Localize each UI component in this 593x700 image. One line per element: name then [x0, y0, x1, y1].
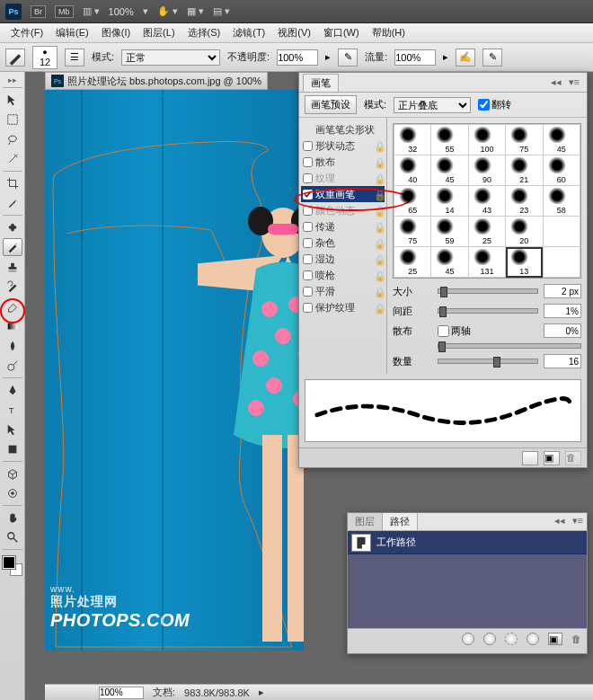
lasso-tool[interactable]	[3, 130, 22, 148]
dual-brush-thumbnails[interactable]: 3255100754540459021606514432358755925202…	[393, 123, 581, 279]
color-swatches[interactable]	[3, 556, 22, 576]
type-tool[interactable]: T	[3, 401, 22, 419]
menu-view[interactable]: 视图(V)	[272, 24, 316, 41]
brush-presets-button[interactable]: 画笔预设	[305, 95, 357, 114]
layers-tab[interactable]: 图层	[348, 513, 383, 530]
toggle-preview-button[interactable]	[522, 451, 538, 465]
menu-layer[interactable]: 图层(L)	[137, 24, 180, 41]
shape-tool[interactable]	[3, 440, 22, 458]
3d-tool[interactable]	[3, 465, 22, 483]
brush-thumb[interactable]: 25	[468, 217, 505, 247]
setting-texture[interactable]: 纹理🔒	[301, 170, 385, 186]
brush-thumb[interactable]: 75	[506, 125, 543, 155]
hand-tool[interactable]	[3, 509, 22, 527]
panel-collapse-icon[interactable]: ◂◂	[547, 76, 565, 88]
menu-image[interactable]: 图像(I)	[96, 24, 136, 41]
flow-flyout-icon[interactable]: ▸	[443, 51, 448, 63]
setting-airbrush[interactable]: 喷枪🔒	[301, 267, 385, 283]
brush-thumb[interactable]: 131	[468, 247, 505, 278]
screen-mode-icon[interactable]: ▥ ▾	[83, 5, 100, 17]
brush-thumb[interactable]: 23	[506, 186, 543, 217]
setting-shape-dynamics[interactable]: 形状动态🔒	[301, 137, 385, 154]
menu-window[interactable]: 窗口(W)	[318, 24, 365, 41]
scatter-input[interactable]	[544, 323, 581, 338]
crop-tool[interactable]	[3, 174, 22, 192]
document-tab[interactable]: Ps 照片处理论坛 bbs.photops.com.jpg @ 100%	[45, 72, 268, 90]
new-preset-button[interactable]: ▣	[544, 451, 560, 465]
bridge-button[interactable]: Br	[31, 5, 46, 18]
setting-color-dynamics[interactable]: 颜色动态🔒	[301, 202, 385, 218]
camera-tool[interactable]	[3, 484, 22, 502]
setting-protect-texture[interactable]: 保护纹理🔒	[301, 299, 385, 315]
wand-tool[interactable]	[3, 150, 22, 168]
blur-tool[interactable]	[3, 337, 22, 355]
move-tool[interactable]	[3, 91, 22, 109]
spacing-input[interactable]	[544, 304, 581, 318]
dodge-tool[interactable]	[3, 357, 22, 375]
brush-thumb[interactable]: 40	[394, 155, 431, 186]
paths-tab[interactable]: 路径	[383, 513, 418, 530]
hand-tool-icon[interactable]: ✋ ▾	[157, 5, 178, 17]
brush-thumb[interactable]: 45	[431, 155, 468, 186]
brush-thumb[interactable]: 100	[468, 125, 505, 155]
tablet-size-button[interactable]: ✎	[482, 49, 502, 66]
eraser-tool[interactable]	[3, 297, 22, 315]
brush-thumb[interactable]: 13	[506, 247, 543, 278]
brush-thumb[interactable]	[543, 217, 580, 247]
setting-transfer[interactable]: 传递🔒	[301, 218, 385, 235]
size-slider[interactable]	[438, 288, 538, 294]
gradient-tool[interactable]	[3, 317, 22, 335]
brush-preset-picker[interactable]: ● 12	[32, 46, 58, 69]
brush-panel-tab[interactable]: 画笔	[303, 74, 339, 92]
flow-input[interactable]	[394, 49, 436, 66]
menu-select[interactable]: 选择(S)	[182, 24, 226, 41]
path-to-selection-button[interactable]	[505, 633, 518, 645]
both-axes-checkbox[interactable]: 两轴	[438, 324, 471, 338]
brush-thumb[interactable]: 43	[468, 186, 505, 217]
tablet-opacity-button[interactable]: ✎	[338, 49, 358, 66]
eyedropper-tool[interactable]	[3, 194, 22, 212]
count-slider[interactable]	[438, 359, 538, 364]
brush-thumb[interactable]: 75	[394, 217, 431, 247]
count-input[interactable]	[544, 354, 581, 368]
zoom-tool[interactable]	[3, 528, 22, 546]
path-item-work-path[interactable]: 工作路径	[348, 531, 587, 554]
brush-panel-toggle[interactable]: ☰	[65, 49, 84, 66]
menu-file[interactable]: 文件(F)	[5, 24, 49, 41]
status-flyout-icon[interactable]: ▸	[259, 687, 264, 698]
scatter-slider[interactable]	[438, 343, 581, 349]
brush-thumb[interactable]: 60	[543, 155, 580, 186]
opacity-input[interactable]	[277, 49, 318, 66]
brush-thumb[interactable]: 65	[394, 186, 431, 217]
stroke-path-button[interactable]	[483, 633, 496, 645]
selection-to-path-button[interactable]	[527, 633, 539, 645]
menu-filter[interactable]: 滤镜(T)	[227, 24, 270, 41]
brush-thumb[interactable]: 90	[468, 155, 505, 186]
delete-path-button[interactable]: 🗑	[571, 634, 581, 644]
brush-thumb[interactable]: 59	[431, 217, 468, 247]
stamp-tool[interactable]	[3, 258, 22, 276]
extras-icon[interactable]: ▤ ▾	[213, 5, 230, 17]
airbrush-button[interactable]: ✍	[456, 49, 475, 66]
brush-thumb[interactable]	[543, 247, 580, 278]
brush-thumb[interactable]: 20	[506, 217, 543, 247]
menu-edit[interactable]: 编辑(E)	[50, 24, 94, 41]
dual-mode-select[interactable]: 正片叠底	[394, 97, 471, 113]
brush-thumb[interactable]: 25	[394, 247, 431, 278]
minibridge-button[interactable]: Mb	[55, 5, 74, 18]
brush-thumb[interactable]: 32	[394, 125, 431, 155]
tools-collapse-icon[interactable]: ▸▸	[8, 75, 17, 84]
path-select-tool[interactable]	[3, 421, 22, 439]
brush-thumb[interactable]: 58	[543, 186, 580, 217]
status-zoom-input[interactable]	[99, 687, 144, 699]
setting-wet-edges[interactable]: 湿边🔒	[301, 251, 385, 267]
panel-menu-icon[interactable]: ▾≡	[565, 76, 583, 88]
history-brush-tool[interactable]	[3, 278, 22, 296]
healing-tool[interactable]	[3, 218, 22, 236]
brush-tool[interactable]	[3, 238, 22, 256]
setting-smoothing[interactable]: 平滑🔒	[301, 283, 385, 299]
new-path-button[interactable]: ▣	[548, 633, 562, 645]
current-tool-icon[interactable]	[5, 49, 25, 66]
paths-menu-icon[interactable]: ▾≡	[569, 513, 587, 530]
paths-collapse-icon[interactable]: ◂◂	[551, 513, 569, 530]
